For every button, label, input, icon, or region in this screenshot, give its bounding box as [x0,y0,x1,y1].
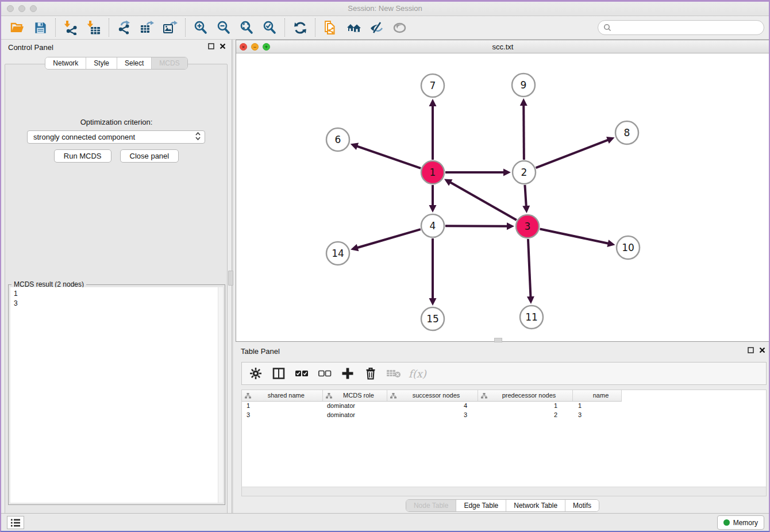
graph-node[interactable]: 3 [516,215,539,238]
column-header-mcds-role[interactable]: MCDS role [322,390,387,401]
tab-mcds[interactable]: MCDS [152,57,187,69]
tab-network-table[interactable]: Network Table [506,500,565,511]
horizontal-splitter-handle[interactable] [494,338,502,342]
table-cell[interactable]: 3 [242,410,322,419]
function-builder-button[interactable]: f(x) [409,365,426,381]
zoom-selected-button[interactable] [258,18,281,37]
float-panel-icon[interactable] [748,347,754,353]
tab-edge-table[interactable]: Edge Table [456,500,506,511]
graph-node[interactable]: 8 [615,121,638,144]
table-row[interactable]: 1dominator411 [242,401,621,410]
column-header-shared-name[interactable]: shared name [242,390,322,401]
graph-node[interactable]: 15 [421,307,444,330]
refresh-view-button[interactable] [288,18,311,37]
graph-node[interactable]: 10 [617,236,640,259]
export-image-button[interactable] [159,18,182,37]
network-canvas[interactable]: 1234678910111415 [236,53,769,341]
table-settings-button[interactable] [248,365,264,381]
criterion-dropdown[interactable]: strongly connected component [27,130,205,144]
table-cell[interactable]: 3 [572,410,621,419]
export-image-icon [163,20,178,35]
graph-node[interactable]: 14 [326,242,349,265]
import-network-button[interactable] [59,18,82,37]
import-table-button[interactable] [82,18,105,37]
control-panel-tabbar: Network Style Select MCDS [45,57,187,70]
table-cell[interactable]: 1 [242,401,322,410]
graph-node[interactable]: 7 [421,74,444,97]
save-session-button[interactable] [29,18,52,37]
graph-node[interactable]: 4 [421,214,444,237]
clone-network-button[interactable] [319,18,342,37]
table-cell[interactable]: 1 [478,401,572,410]
graph-node[interactable]: 6 [326,128,349,151]
export-network-button[interactable] [113,18,136,37]
column-header-name[interactable]: name [572,390,621,401]
table-cell[interactable]: 3 [387,410,478,419]
zoom-in-button[interactable] [189,18,212,37]
table-tabbar: Node Table Edge Table Network Table Moti… [406,499,599,512]
graph-edge[interactable] [527,239,534,304]
table-horizontal-scrollbar[interactable] [241,487,767,496]
graph-edge[interactable] [520,98,528,160]
column-header-predecessor-nodes[interactable]: predecessor nodes [478,390,572,401]
memory-button[interactable]: Memory [717,515,764,530]
add-row-button[interactable] [340,365,356,381]
toolbar-separator [55,18,56,37]
search-input[interactable] [614,24,759,32]
open-session-button[interactable] [6,18,29,37]
float-panel-icon[interactable] [208,43,214,49]
tab-node-table[interactable]: Node Table [406,500,457,511]
zoom-out-button[interactable] [212,18,235,37]
table-cell[interactable]: dominator [322,401,387,410]
mcds-result-text[interactable]: 1 3 [10,287,223,503]
task-history-button[interactable] [7,516,24,529]
graph-edge[interactable] [351,143,421,168]
graph-edge[interactable] [351,229,421,251]
tab-style[interactable]: Style [86,57,117,69]
graph-node[interactable]: 11 [520,306,543,329]
network-view-window: × − + scc.txt 1234678910111415 [236,40,770,342]
close-panel-icon[interactable] [759,347,765,353]
tab-network[interactable]: Network [45,57,86,69]
delete-table-button[interactable] [386,365,402,381]
optimization-criterion-label: Optimization criterion: [1,118,232,126]
graph-node[interactable]: 1 [421,161,444,184]
table-cell[interactable]: 1 [572,401,621,410]
table-cell[interactable]: 4 [387,401,478,410]
hide-selected-button[interactable] [365,18,388,37]
table-cell[interactable]: 2 [478,410,572,419]
tab-select[interactable]: Select [117,57,152,69]
graph-edge[interactable] [445,169,511,176]
graph-node[interactable]: 2 [513,161,536,184]
node-table[interactable]: shared name MCDS role successor nodes pr… [241,390,767,487]
export-table-button[interactable] [136,18,159,37]
result-scrollbar[interactable] [218,287,223,503]
close-panel-button[interactable]: Close panel [120,149,179,163]
graph-edge[interactable] [429,238,437,306]
delete-row-button[interactable] [363,365,379,381]
tab-motifs[interactable]: Motifs [565,500,599,511]
fit-content-icon [239,20,254,35]
graph-edge[interactable] [536,137,615,168]
graph-node[interactable]: 9 [512,74,535,97]
show-all-button[interactable] [388,18,411,37]
table-row[interactable]: 3dominator323 [242,410,621,419]
graph-edge[interactable] [445,222,514,230]
graph-edge[interactable] [429,99,437,160]
graph-edge[interactable] [429,185,437,213]
graph-edge[interactable] [522,185,530,213]
run-mcds-button[interactable]: Run MCDS [54,149,111,163]
close-panel-icon[interactable] [220,43,226,49]
vertical-splitter-handle[interactable] [228,271,233,286]
search-box[interactable] [598,20,764,35]
toggle-panels-button[interactable] [271,365,287,381]
table-cell[interactable]: dominator [322,410,387,419]
select-all-button[interactable] [294,365,310,381]
graph-edge[interactable] [444,179,517,220]
search-icon [603,24,611,32]
first-neighbors-button[interactable] [342,18,365,37]
fit-content-button[interactable] [235,18,258,37]
deselect-all-button[interactable] [317,365,333,381]
column-header-successor-nodes[interactable]: successor nodes [387,390,478,401]
graph-edge[interactable] [540,229,615,247]
